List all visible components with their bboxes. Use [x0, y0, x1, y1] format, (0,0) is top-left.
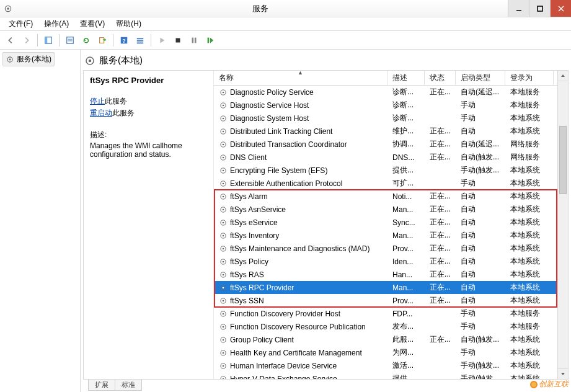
- cell-start: 自动: [456, 191, 505, 202]
- col-desc[interactable]: 描述: [387, 71, 425, 85]
- table-row[interactable]: Human Interface Device Service激活...手动(触发…: [214, 359, 568, 372]
- svg-point-30: [223, 117, 224, 119]
- table-row[interactable]: Function Discovery Resource Publication发…: [214, 320, 568, 333]
- table-row[interactable]: ftSys RPC ProviderMan...正在...自动本地系统: [214, 281, 568, 294]
- cell-name: Diagnostic System Host: [230, 114, 309, 123]
- gear-icon: [219, 375, 228, 380]
- table-row[interactable]: ftSys InventoryMan...正在...自动本地系统: [214, 229, 568, 242]
- show-hide-tree-button[interactable]: [42, 33, 55, 47]
- col-name[interactable]: 名称▲: [214, 71, 387, 85]
- description-text: Manages the WMI callhome configuration a…: [90, 141, 207, 159]
- cell-desc: DNS...: [387, 153, 425, 162]
- table-row[interactable]: Encrypting File System (EFS)提供...手动(触发..…: [214, 164, 568, 177]
- restart-suffix: 此服务: [112, 109, 135, 117]
- svg-rect-19: [195, 37, 197, 43]
- table-row[interactable]: Diagnostic System Host诊断...手动本地系统: [214, 112, 568, 125]
- gear-icon: [219, 231, 228, 240]
- tab-standard[interactable]: 标准: [115, 380, 142, 391]
- scroll-thumb[interactable]: [559, 126, 567, 194]
- cell-desc: 维护...: [387, 126, 425, 136]
- table-row[interactable]: Hyper-V Data Exchange Service提供...手动(触发.…: [214, 372, 568, 379]
- cell-desc: Prov...: [387, 296, 425, 305]
- table-row[interactable]: ftSys PolicyIden...正在...自动本地系统: [214, 255, 568, 268]
- forward-button[interactable]: [20, 33, 33, 47]
- start-service-button[interactable]: [155, 33, 169, 47]
- vertical-scrollbar[interactable]: [557, 71, 568, 379]
- list-header: 名称▲ 描述 状态 启动类型 登录为: [214, 71, 568, 86]
- scroll-track[interactable]: [558, 81, 568, 368]
- table-row[interactable]: ftSys AsnServiceMan...正在...自动本地系统: [214, 203, 568, 216]
- cell-desc: Man...: [387, 231, 425, 240]
- cell-name: Group Policy Client: [230, 336, 294, 344]
- menu-action[interactable]: 操作(A): [39, 17, 74, 30]
- col-status[interactable]: 状态: [425, 71, 456, 85]
- table-row[interactable]: ftSys AlarmNoti...正在...自动本地系统: [214, 190, 568, 203]
- menu-help[interactable]: 帮助(H): [111, 17, 146, 30]
- cell-name: Health Key and Certificate Management: [230, 349, 362, 357]
- gear-icon: [219, 310, 228, 318]
- table-row[interactable]: ftSys SSNProv...正在...自动本地系统: [214, 294, 568, 307]
- table-row[interactable]: Distributed Link Tracking Client维护...正在.…: [214, 125, 568, 138]
- stop-service-button[interactable]: [171, 33, 185, 47]
- cell-start: 自动: [456, 243, 505, 254]
- svg-rect-15: [137, 40, 144, 42]
- restart-link[interactable]: 重启动: [90, 109, 112, 117]
- help-button[interactable]: ?: [117, 33, 131, 47]
- gear-icon: [219, 205, 228, 214]
- cell-logon: 本地系统: [505, 269, 554, 280]
- stop-link[interactable]: 停止: [90, 97, 105, 105]
- menu-view[interactable]: 查看(V): [75, 17, 110, 30]
- refresh-button[interactable]: [79, 33, 93, 47]
- sort-asc-icon: ▲: [298, 71, 303, 76]
- cell-name: Diagnostic Policy Service: [230, 88, 314, 97]
- stop-suffix: 此服务: [105, 97, 127, 105]
- gear-icon: [219, 179, 228, 188]
- table-row[interactable]: ftSys Maintenance and Diagnostics (MAD)P…: [214, 242, 568, 255]
- table-row[interactable]: Group Policy Client此服...正在...自动(触发...本地系…: [214, 333, 568, 346]
- svg-rect-8: [67, 37, 74, 43]
- back-button[interactable]: [4, 33, 17, 47]
- tree-root-item[interactable]: 服务(本地): [2, 52, 55, 66]
- col-logon[interactable]: 登录为: [505, 71, 554, 85]
- svg-rect-7: [45, 37, 48, 43]
- menu-file[interactable]: 文件(F): [4, 17, 38, 30]
- svg-point-60: [223, 313, 224, 314]
- cell-status: 正在...: [425, 334, 456, 345]
- table-row[interactable]: Health Key and Certificate Management为网.…: [214, 346, 568, 359]
- cell-desc: Man...: [387, 283, 425, 292]
- cell-start: 自动: [456, 217, 505, 228]
- gear-icon: [219, 218, 228, 227]
- list-button[interactable]: [133, 33, 147, 47]
- table-row[interactable]: Diagnostic Service Host诊断...手动本地服务: [214, 99, 568, 112]
- close-button[interactable]: [550, 0, 571, 17]
- export-button[interactable]: [95, 33, 109, 47]
- cell-logon: 本地系统: [505, 113, 554, 123]
- cell-desc: Noti...: [387, 192, 425, 201]
- table-row[interactable]: DNS ClientDNS...正在...自动(触发...网络服务: [214, 151, 568, 164]
- properties-button[interactable]: [63, 33, 77, 47]
- cell-name: Function Discovery Resource Publication: [230, 323, 366, 331]
- window-title: 服务: [12, 3, 508, 14]
- cell-desc: Iden...: [387, 257, 425, 266]
- pause-service-button[interactable]: [187, 33, 201, 47]
- svg-point-28: [223, 104, 224, 106]
- cell-status: 正在...: [425, 282, 456, 293]
- minimize-button[interactable]: [508, 0, 529, 17]
- table-row[interactable]: Function Discovery Provider HostFDP...手动…: [214, 307, 568, 320]
- pane-header: 服务(本地): [83, 52, 569, 70]
- table-row[interactable]: ftSys eServiceSync...正在...自动本地系统: [214, 216, 568, 229]
- separator: [113, 34, 113, 47]
- maximize-button[interactable]: [529, 0, 550, 17]
- table-row[interactable]: ftSys RASHan...正在...自动本地系统: [214, 268, 568, 281]
- scroll-down-button[interactable]: [558, 368, 568, 379]
- table-row[interactable]: Extensible Authentication Protocol可扩...手…: [214, 177, 568, 190]
- scroll-up-button[interactable]: [558, 71, 568, 81]
- tab-extended[interactable]: 扩展: [88, 380, 115, 391]
- table-row[interactable]: Distributed Transaction Coordinator协调...…: [214, 138, 568, 151]
- table-row[interactable]: Diagnostic Policy Service诊断...正在...自动(延迟…: [214, 86, 568, 99]
- restart-service-button[interactable]: [203, 33, 217, 47]
- cell-desc: FDP...: [387, 310, 425, 318]
- col-start[interactable]: 启动类型: [456, 71, 505, 85]
- cell-status: 正在...: [425, 295, 456, 306]
- cell-start: 手动: [456, 308, 505, 319]
